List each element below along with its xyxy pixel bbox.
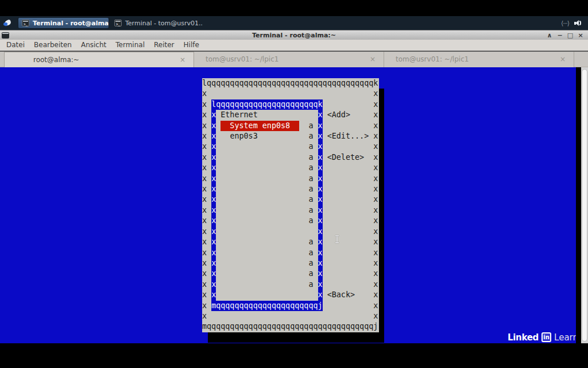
terminal-text: x (211, 216, 216, 226)
terminal-text: x (202, 110, 211, 120)
terminal-text: x (323, 121, 378, 131)
applications-menu-icon[interactable] (2, 17, 14, 29)
terminal-text: x (318, 184, 323, 194)
terminal-text: x (323, 269, 378, 279)
scrollbar-thumb[interactable] (582, 69, 587, 342)
terminal-text (314, 121, 318, 131)
menu-item-bearbeiten[interactable]: Bearbeiten (29, 40, 76, 51)
minimize-window-icon[interactable]: − (555, 30, 565, 40)
tab-label: root@alma:~ (33, 56, 79, 64)
network-icon[interactable]: ⟨···⟩ (561, 20, 569, 27)
terminal-text (216, 227, 318, 237)
listbox-scrollbar: a (308, 121, 313, 131)
terminal-text: x (318, 216, 323, 226)
taskbar: Terminal - root@alma:~Terminal - tom@usr… (0, 16, 588, 30)
terminal-text: x (202, 174, 211, 184)
taskbar-window-label: Terminal - tom@usrv01... (125, 20, 202, 27)
terminal-text: x x (202, 311, 378, 321)
connection-item-system-enp0s8[interactable]: System enp0s8 (220, 121, 299, 131)
terminal-screen[interactable]: lqqqqqqqqqqqqqqqqqqqqqqqqqqqqqqqqqqqqkx … (0, 67, 576, 343)
terminal-text: x (364, 152, 378, 163)
terminal-text: x (323, 184, 378, 194)
terminal-text: x (202, 205, 211, 216)
terminal-text: x (318, 205, 323, 216)
window-titlebar: Terminal - root@alma:~ ∧−□× (0, 30, 588, 40)
maximize-window-icon[interactable]: □ (565, 30, 575, 40)
terminal-text: x (318, 194, 323, 205)
terminal-text: a (258, 131, 318, 141)
terminal-text (216, 290, 318, 300)
terminal-text: x (211, 174, 216, 184)
add-button[interactable]: <Add> (327, 110, 350, 120)
terminal-tab-0[interactable]: root@alma:~× (4, 52, 194, 67)
taskbar-window-label: Terminal - root@alma:~ (33, 20, 109, 27)
terminal-text: x (318, 279, 323, 290)
terminal-text: x (202, 258, 211, 269)
menu-item-ansicht[interactable]: Ansicht (76, 40, 111, 51)
connection-item-enp0s3[interactable]: enp0s3 (230, 131, 257, 141)
terminal-text: x (323, 163, 378, 173)
menu-item-hilfe[interactable]: Hilfe (179, 40, 204, 51)
terminal-text: x (202, 301, 211, 311)
terminal-text: x (369, 131, 378, 141)
text-cursor-pointer (335, 235, 339, 243)
terminal-text (216, 110, 220, 120)
terminal-text: a (216, 248, 318, 258)
tab-close-icon[interactable]: × (370, 52, 376, 67)
terminal-text: a (216, 279, 318, 290)
shade-window-icon[interactable]: ∧ (544, 30, 555, 40)
terminal-text (299, 121, 308, 131)
terminal-text: x (323, 258, 378, 269)
terminal-text: x (211, 194, 216, 205)
taskbar-window-button-0[interactable]: Terminal - root@alma:~ (18, 17, 109, 29)
edit-button[interactable]: <Edit...> (327, 131, 369, 141)
tab-label: tom@usrv01: ~/lpic1 (206, 55, 278, 63)
terminal-scrollbar[interactable] (581, 67, 588, 343)
terminal-text: x (202, 121, 211, 131)
ethernet-section-label: Ethernet (220, 110, 258, 120)
terminal-text: x (202, 279, 211, 290)
terminal-text: x (202, 131, 211, 141)
menubar: DateiBearbeitenAnsichtTerminalReiterHilf… (0, 40, 588, 51)
tab-close-icon[interactable]: × (180, 52, 185, 67)
terminal-text: a (216, 184, 318, 194)
volume-icon[interactable] (574, 20, 583, 26)
terminal-text: x (323, 279, 378, 290)
tab-close-icon[interactable]: × (560, 52, 566, 67)
terminal-tab-1[interactable]: tom@usrv01: ~/lpic1× (194, 52, 384, 67)
menu-item-terminal[interactable]: Terminal (111, 40, 149, 51)
terminal-text: a (216, 152, 318, 163)
terminal-text: x (318, 163, 323, 173)
delete-button[interactable]: <Delete> (327, 152, 365, 163)
terminal-text: a (216, 258, 318, 269)
terminal-text: x (202, 248, 211, 258)
terminal-text: x (202, 141, 211, 152)
taskbar-window-buttons: Terminal - root@alma:~Terminal - tom@usr… (16, 17, 202, 29)
terminal-tab-2[interactable]: tom@usrv01: ~/lpic1× (384, 52, 574, 67)
back-button[interactable]: <Back> (327, 290, 355, 300)
terminal-text: x (318, 248, 323, 258)
terminal-text (323, 290, 327, 300)
taskbar-window-button-1[interactable]: Terminal - tom@usrv01... (111, 17, 202, 29)
close-window-icon[interactable]: × (575, 30, 586, 40)
terminal-text: x (211, 121, 216, 131)
terminal-text: x (323, 216, 378, 226)
terminal-text: a (216, 269, 318, 279)
terminal-text (323, 110, 327, 120)
terminal-text (323, 152, 327, 163)
terminal-text: x (318, 227, 323, 237)
terminal-text: x (211, 269, 216, 279)
terminal-text: x (211, 258, 216, 269)
terminal-text: x (211, 141, 216, 152)
terminal-text: x x (202, 89, 378, 99)
terminal-text: x (323, 99, 378, 110)
terminal-text: x (318, 269, 323, 279)
terminal-text: x (318, 131, 323, 141)
terminal-text (216, 131, 230, 141)
terminal-text: x (211, 248, 216, 258)
menu-item-datei[interactable]: Datei (2, 40, 29, 51)
terminal-text: x (211, 227, 216, 237)
terminal-text: x (202, 216, 211, 226)
terminal-text: x (350, 110, 378, 120)
menu-item-reiter[interactable]: Reiter (149, 40, 179, 51)
